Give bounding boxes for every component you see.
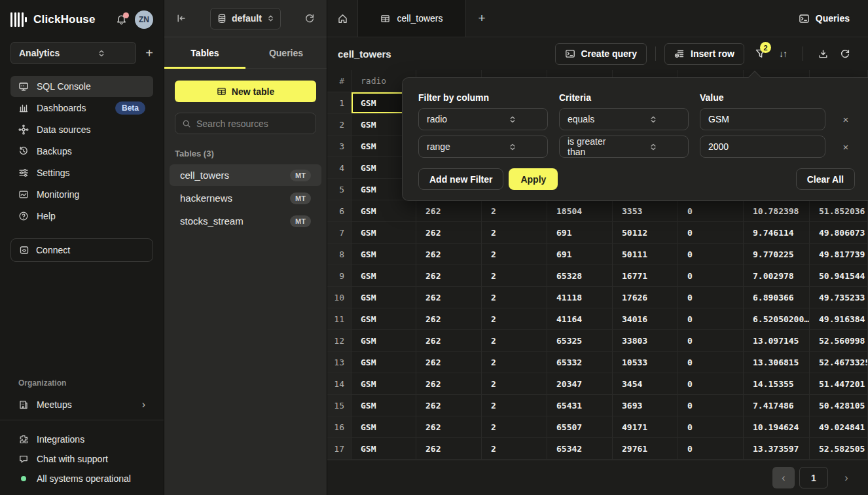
table-cell[interactable]: 33803 [613,330,678,352]
table-cell[interactable]: 65431 [547,395,613,416]
tab-cell-towers[interactable]: cell_towers [358,0,466,37]
table-cell[interactable]: 13.373597 [744,438,810,460]
table-cell[interactable]: 0 [678,308,744,330]
table-list-item-stocks-stream[interactable]: stocks_stream MT [170,210,321,232]
table-cell[interactable]: 50111 [613,244,678,265]
sidebar-item-integrations[interactable]: Integrations [10,430,153,449]
table-cell[interactable]: 0 [678,330,744,352]
clear-all-button[interactable]: Clear All [796,168,855,190]
table-cell[interactable]: 49171 [613,416,678,438]
table-list-item-cell-towers[interactable]: cell_towers MT [170,164,321,186]
table-cell[interactable]: 41118 [547,287,613,308]
table-cell[interactable]: GSM [352,416,416,438]
notifications-bell-icon[interactable] [116,14,127,26]
table-cell[interactable]: 65332 [547,352,613,373]
table-cell[interactable]: 262 [416,352,482,373]
table-cell[interactable]: 7.417486 [744,395,810,416]
connect-button[interactable]: Connect [10,238,153,262]
table-cell[interactable]: 3454 [613,373,678,395]
table-cell[interactable]: 262 [416,308,482,330]
remove-filter-icon[interactable]: × [837,114,855,125]
table-cell[interactable]: 262 [416,373,482,395]
table-cell[interactable]: GSM [352,265,416,287]
sidebar-item-monitoring[interactable]: Monitoring [10,184,153,205]
filter-value-input-1[interactable] [700,136,825,158]
table-cell[interactable]: 262 [416,416,482,438]
table-cell[interactable]: 0 [678,416,744,438]
current-page[interactable]: 1 [799,467,828,488]
table-cell[interactable]: 262 [416,244,482,265]
filter-criteria-select-1[interactable]: is greater than [559,136,689,158]
table-cell[interactable]: 6.890366 [744,287,810,308]
refresh-icon[interactable] [304,13,315,24]
table-cell[interactable]: 49.916384 [810,308,868,330]
table-cell[interactable]: 262 [416,265,482,287]
sort-button[interactable]: ↓↑ [772,48,794,59]
sidebar-item-backups[interactable]: Backups [10,141,153,162]
table-cell[interactable]: 2 [482,416,547,438]
table-cell[interactable]: 17626 [613,287,678,308]
table-cell[interactable]: 65328 [547,265,613,287]
table-cell[interactable]: 2 [482,438,547,460]
table-cell[interactable]: 7.002978 [744,265,810,287]
table-cell[interactable]: 2 [482,395,547,416]
table-cell[interactable]: 0 [678,287,744,308]
search-box[interactable] [175,113,316,134]
table-cell[interactable]: 20347 [547,373,613,395]
filter-criteria-select-0[interactable]: equals [559,108,689,130]
table-cell[interactable]: 65507 [547,416,613,438]
insert-row-button[interactable]: Insert row [664,43,744,65]
table-cell[interactable]: 262 [416,330,482,352]
create-query-button[interactable]: Create query [555,43,647,65]
table-cell[interactable]: 14.15355 [744,373,810,395]
table-cell[interactable]: 9.746114 [744,222,810,244]
table-cell[interactable]: 10533 [613,352,678,373]
table-cell[interactable]: 50.941544 [810,265,868,287]
sidebar-item-help[interactable]: Help [10,206,153,227]
table-cell[interactable]: 2 [482,330,547,352]
queries-button[interactable]: Queries [791,0,868,37]
filter-value-input-0[interactable] [700,108,825,130]
table-cell[interactable]: 65325 [547,330,613,352]
filter-button[interactable]: 2 [750,48,772,60]
sidebar-item-dashboards[interactable]: Dashboards Beta [10,98,153,119]
table-cell[interactable]: 0 [678,395,744,416]
table-cell[interactable]: 34016 [613,308,678,330]
table-cell[interactable]: 29761 [613,438,678,460]
table-cell[interactable]: GSM [352,287,416,308]
prev-page-button[interactable]: ‹ [772,467,795,488]
table-cell[interactable]: 18504 [547,200,613,222]
avatar[interactable]: ZN [135,10,153,29]
table-cell[interactable]: GSM [352,352,416,373]
search-input[interactable] [196,119,309,129]
table-cell[interactable]: 2 [482,222,547,244]
table-cell[interactable]: 691 [547,222,613,244]
table-cell[interactable]: 0 [678,200,744,222]
table-cell[interactable]: 262 [416,438,482,460]
home-button[interactable] [327,0,358,37]
table-cell[interactable]: 41164 [547,308,613,330]
sidebar-item-settings[interactable]: Settings [10,162,153,183]
table-cell[interactable]: 2 [482,200,547,222]
table-cell[interactable]: 3693 [613,395,678,416]
table-cell[interactable]: 0 [678,222,744,244]
table-cell[interactable]: 13.306815 [744,352,810,373]
table-cell[interactable]: 52.4673325 [810,352,868,373]
table-cell[interactable]: 49.024841 [810,416,868,438]
sidebar-item-sql-console[interactable]: SQL Console [10,76,153,97]
sidebar-item-data-sources[interactable]: Data sources [10,119,153,140]
table-cell[interactable]: 0 [678,438,744,460]
table-cell[interactable]: 51.447201 [810,373,868,395]
table-list-item-hackernews[interactable]: hackernews MT [170,187,321,209]
table-cell[interactable]: GSM [352,373,416,395]
tab-tables[interactable]: Tables [164,37,245,68]
add-workspace-button[interactable]: + [145,46,153,60]
table-cell[interactable]: 65342 [547,438,613,460]
apply-button[interactable]: Apply [509,168,558,190]
add-new-filter-button[interactable]: Add new Filter [418,168,503,190]
table-cell[interactable]: 50112 [613,222,678,244]
table-cell[interactable]: 10.194624 [744,416,810,438]
database-select[interactable]: default [210,8,281,29]
table-cell[interactable]: GSM [352,438,416,460]
table-cell[interactable]: 2 [482,308,547,330]
